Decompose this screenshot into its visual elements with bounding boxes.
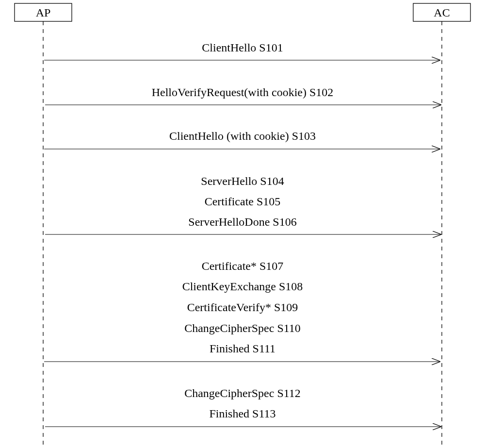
msg-client-hello-label: ClientHello S101 — [202, 41, 283, 54]
msg-certificate-verify-label: CertificateVerify* S109 — [187, 301, 298, 314]
actor-ap: AP — [15, 3, 72, 21]
msg-client-hello-cookie-label: ClientHello (with cookie) S103 — [169, 130, 316, 142]
msg-client-key-exchange-label: ClientKeyExchange S108 — [182, 280, 303, 293]
msg-hello-verify-request-label: HelloVerifyRequest(with cookie) S102 — [152, 86, 334, 99]
msg-client-certificate-label: Certificate* S107 — [202, 260, 284, 272]
msg-hello-verify-request: HelloVerifyRequest(with cookie) S102 — [45, 86, 441, 105]
msg-client-hello-cookie: ClientHello (with cookie) S103 — [44, 130, 440, 149]
msg-client-hello: ClientHello S101 — [44, 41, 440, 60]
msg-certificate-label: Certificate S105 — [205, 195, 281, 208]
msg-change-cipher-spec-client-label: ChangeCipherSpec S110 — [184, 322, 301, 334]
msg-change-cipher-spec-server-label: ChangeCipherSpec S112 — [184, 387, 301, 399]
msg-client-key-exchange-group: Certificate* S107 ClientKeyExchange S108… — [44, 260, 440, 362]
actor-ap-label: AP — [36, 6, 51, 19]
msg-server-hello-label: ServerHello S104 — [201, 175, 284, 187]
msg-finished-client-label: Finished S111 — [210, 342, 275, 355]
msg-server-hello-group: ServerHello S104 Certificate S105 Server… — [45, 175, 441, 234]
actor-ac: AC — [413, 3, 470, 21]
sequence-diagram: AP AC ClientHello S101 HelloVerifyReques… — [0, 0, 485, 448]
msg-server-finished-group: ChangeCipherSpec S112 Finished S113 — [45, 387, 441, 427]
actor-ac-label: AC — [434, 6, 450, 19]
msg-server-hello-done-label: ServerHelloDone S106 — [188, 216, 296, 228]
msg-finished-server-label: Finished S113 — [209, 407, 275, 420]
